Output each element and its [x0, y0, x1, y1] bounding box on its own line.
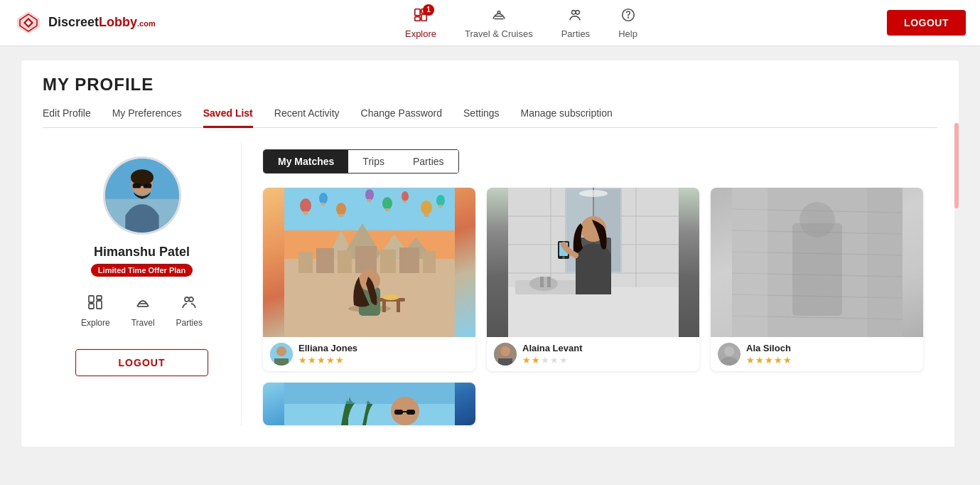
quick-travel-label: Travel: [131, 318, 155, 328]
star-3: ★: [765, 355, 773, 366]
match-card-3-footer: Ala Siloch ★ ★ ★ ★ ★: [711, 337, 923, 371]
svg-rect-50: [316, 248, 334, 273]
svg-point-64: [276, 346, 286, 356]
star-1: ★: [298, 355, 307, 366]
quick-icon-explore[interactable]: Explore: [81, 294, 110, 328]
svg-point-24: [189, 297, 193, 302]
match-card-3-avatar: [718, 343, 741, 366]
star-1: ★: [746, 355, 755, 366]
quick-icons: Explore Travel: [81, 294, 203, 328]
navbar-logout-button[interactable]: LOGOUT: [887, 10, 966, 36]
svg-rect-35: [367, 199, 371, 202]
left-sidebar: Himanshu Patel Limited Time Offer Plan: [43, 142, 242, 425]
logo[interactable]: DiscreetLobby.com: [14, 9, 156, 37]
match-card-1-image: [263, 188, 475, 337]
profile-card: MY PROFILE Edit Profile My Preferences S…: [21, 60, 959, 447]
svg-rect-39: [403, 201, 406, 203]
svg-point-28: [300, 198, 311, 213]
tab-saved-list[interactable]: Saved List: [203, 107, 253, 127]
svg-rect-60: [382, 298, 386, 312]
tab-recent-activity[interactable]: Recent Activity: [274, 107, 340, 127]
svg-point-40: [421, 201, 432, 215]
nav-explore[interactable]: 1 Explore: [405, 7, 436, 39]
match-card-2-footer: Alaina Levant ★ ★ ★ ★ ★: [487, 337, 699, 371]
parties-icon: [568, 7, 583, 26]
scrollbar-thumb[interactable]: [954, 123, 959, 208]
star-3: ★: [317, 355, 325, 366]
content-area: Himanshu Patel Limited Time Offer Plan: [43, 142, 937, 425]
svg-point-10: [628, 17, 628, 18]
svg-rect-82: [547, 277, 551, 287]
svg-rect-31: [321, 203, 325, 206]
nav-parties[interactable]: Parties: [561, 7, 590, 39]
svg-point-42: [436, 195, 445, 206]
explore-icon: 1: [413, 7, 429, 26]
svg-rect-54: [399, 247, 419, 273]
star-5: ★: [335, 355, 344, 366]
star-2: ★: [532, 355, 540, 366]
svg-rect-16: [132, 183, 140, 188]
explore-quick-icon: [87, 294, 104, 315]
svg-point-87: [562, 256, 565, 259]
travel-icon: [491, 7, 507, 26]
scrollbar-track[interactable]: [954, 123, 959, 485]
filter-my-matches[interactable]: My Matches: [264, 150, 348, 173]
svg-point-78: [579, 190, 608, 197]
nav-help[interactable]: Help: [618, 7, 637, 39]
nav-travel[interactable]: Travel & Cruises: [465, 7, 533, 39]
match-card-2-stars: ★ ★ ★ ★ ★: [522, 355, 692, 366]
star-4: ★: [550, 355, 559, 366]
match-card-1-avatar: [270, 343, 293, 366]
quick-explore-label: Explore: [81, 318, 110, 328]
svg-rect-110: [406, 410, 415, 415]
svg-rect-81: [540, 277, 544, 287]
explore-label: Explore: [405, 28, 436, 39]
svg-rect-2: [415, 9, 420, 15]
svg-rect-100: [867, 188, 903, 337]
svg-rect-33: [339, 214, 343, 217]
svg-rect-99: [732, 188, 768, 337]
travel-label: Travel & Cruises: [465, 28, 533, 39]
star-4: ★: [774, 355, 782, 366]
svg-point-89: [500, 346, 510, 356]
filter-trips[interactable]: Trips: [348, 150, 399, 173]
match-card-3[interactable]: Ala Siloch ★ ★ ★ ★ ★: [711, 188, 923, 371]
logo-text: DiscreetLobby.com: [48, 16, 156, 30]
star-5: ★: [559, 355, 568, 366]
match-card-1-info: Elliana Jones ★ ★ ★ ★ ★: [298, 343, 468, 366]
match-card-2-image: [487, 188, 699, 337]
match-card-1[interactable]: Elliana Jones ★ ★ ★ ★ ★: [263, 188, 475, 371]
quick-icon-travel[interactable]: Travel: [131, 294, 155, 328]
user-name: Himanshu Patel: [94, 245, 190, 260]
match-card-2-avatar: [494, 343, 517, 366]
match-card-3-image: [711, 188, 923, 337]
svg-rect-29: [303, 211, 308, 215]
tab-change-password[interactable]: Change Password: [361, 107, 442, 127]
svg-rect-22: [97, 301, 102, 309]
svg-point-104: [724, 346, 734, 356]
svg-rect-4: [415, 16, 420, 21]
match-card-2[interactable]: Alaina Levant ★ ★ ★ ★ ★: [487, 188, 699, 371]
tab-settings[interactable]: Settings: [463, 107, 500, 127]
quick-icon-parties[interactable]: Parties: [176, 294, 203, 328]
match-card-2-name: Alaina Levant: [522, 343, 692, 353]
match-card-4[interactable]: [263, 383, 475, 425]
tab-my-preferences[interactable]: My Preferences: [112, 107, 182, 127]
svg-point-62: [382, 294, 399, 300]
tab-edit-profile[interactable]: Edit Profile: [43, 107, 91, 127]
svg-rect-53: [380, 250, 396, 273]
svg-point-34: [365, 189, 374, 201]
quick-parties-label: Parties: [176, 318, 203, 328]
filter-parties[interactable]: Parties: [399, 150, 458, 173]
svg-point-15: [130, 169, 153, 186]
svg-rect-61: [397, 298, 400, 312]
tab-manage-subscription[interactable]: Manage subscription: [521, 107, 613, 127]
sidebar-logout-button[interactable]: LOGOUT: [75, 349, 209, 376]
navbar: DiscreetLobby.com 1 Explore: [0, 0, 980, 46]
svg-rect-20: [97, 296, 102, 299]
svg-rect-17: [143, 183, 151, 188]
page-title: MY PROFILE: [43, 75, 937, 95]
svg-rect-55: [423, 251, 436, 273]
plan-badge: Limited Time Offer Plan: [91, 264, 193, 277]
match-card-1-name: Elliana Jones: [298, 343, 468, 353]
